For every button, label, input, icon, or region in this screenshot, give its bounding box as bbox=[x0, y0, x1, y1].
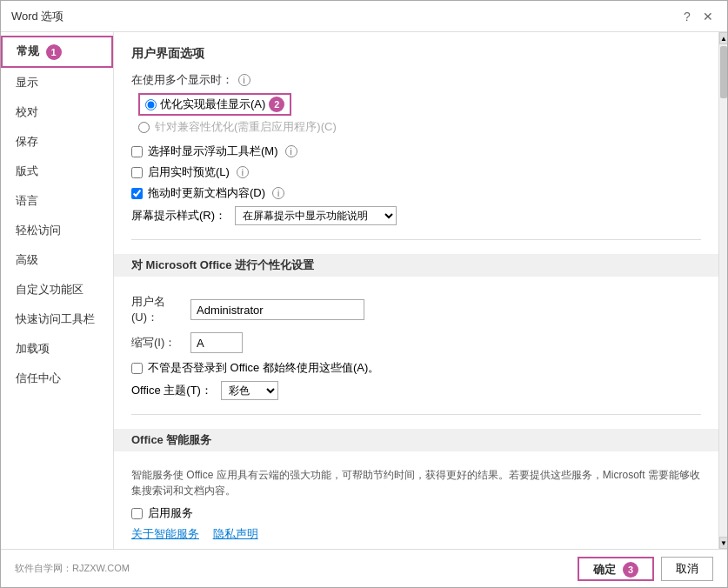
radio-compat-label[interactable]: 针对兼容性优化(需重启应用程序)(C) bbox=[155, 119, 337, 135]
radio-optimize[interactable] bbox=[145, 99, 157, 110]
sidebar-item-general[interactable]: 常规 1 bbox=[1, 36, 113, 68]
info-icon-1[interactable]: i bbox=[238, 74, 250, 86]
abbr-label: 缩写(I)： bbox=[131, 335, 184, 351]
radio-item-optimize-highlighted: 优化实现最佳显示(A) 2 bbox=[138, 93, 291, 116]
checkbox-live-preview-label[interactable]: 启用实时预览(L) bbox=[148, 164, 230, 180]
sidebar-item-display[interactable]: 显示 bbox=[1, 68, 113, 97]
radio-compat[interactable] bbox=[138, 122, 150, 133]
radio-item-compat: 针对兼容性优化(需重启应用程序)(C) bbox=[138, 119, 701, 135]
ui-options-title: 用户界面选项 bbox=[131, 46, 701, 62]
link-about-smart-service[interactable]: 关于智能服务 bbox=[131, 527, 199, 540]
sidebar: 常规 1 显示 校对 保存 版式 语言 轻松访问 高级 bbox=[1, 32, 114, 549]
checkbox-enable-service: 启用服务 bbox=[131, 505, 701, 521]
multi-display-group: 在使用多个显示时： i 优化实现最佳显示(A) 2 针对兼容性优化(需重启应用程… bbox=[131, 72, 701, 135]
smart-service-links: 关于智能服务 隐私声明 bbox=[131, 526, 701, 542]
dialog-title: Word 选项 bbox=[11, 9, 63, 24]
sidebar-item-layout[interactable]: 版式 bbox=[1, 157, 113, 186]
checkbox-always-use: 不管是否登录到 Office 都始终使用这些值(A)。 bbox=[131, 360, 701, 376]
smart-service-desc: 智能服务使 Office 应用具有云端的强大功能，可帮助节约时间，获得更好的结果… bbox=[131, 467, 701, 498]
checkbox-floating-toolbar-label[interactable]: 选择时显示浮动工具栏(M) bbox=[148, 144, 278, 159]
checkbox-floating-toolbar: 选择时显示浮动工具栏(M) i bbox=[131, 144, 701, 159]
cancel-button[interactable]: 取消 bbox=[661, 557, 713, 581]
ok-button[interactable]: 确定 3 bbox=[578, 557, 654, 581]
checkbox-enable-service-label[interactable]: 启用服务 bbox=[148, 505, 193, 521]
username-label: 用户名(U)： bbox=[131, 294, 184, 325]
scrollbar-thumb[interactable] bbox=[720, 46, 727, 98]
screentip-label: 屏幕提示样式(R)： bbox=[131, 208, 226, 224]
checkbox-enable-service-input[interactable] bbox=[131, 508, 143, 519]
scrollbar-track-area bbox=[719, 44, 727, 537]
smart-service-title: Office 智能服务 bbox=[114, 429, 718, 451]
checkbox-floating-toolbar-input[interactable] bbox=[131, 146, 143, 157]
word-options-dialog: Word 选项 ? ✕ 常规 1 显示 校对 保存 版式 bbox=[0, 0, 728, 588]
theme-select[interactable]: 彩色 深灰色 白色 黑色 bbox=[221, 381, 278, 400]
title-bar-controls: ? ✕ bbox=[678, 8, 717, 25]
sidebar-item-proofing[interactable]: 校对 bbox=[1, 97, 113, 127]
dialog-body: 常规 1 显示 校对 保存 版式 语言 轻松访问 高级 bbox=[1, 32, 727, 549]
badge-1: 1 bbox=[46, 44, 62, 60]
checkbox-update-content: 拖动时更新文档内容(D) i bbox=[131, 185, 701, 201]
radio-group-display: 优化实现最佳显示(A) 2 针对兼容性优化(需重启应用程序)(C) bbox=[138, 93, 701, 135]
checkbox-update-content-label[interactable]: 拖动时更新文档内容(D) bbox=[148, 185, 265, 201]
checkbox-always-use-input[interactable] bbox=[131, 363, 143, 374]
close-button[interactable]: ✕ bbox=[699, 8, 717, 25]
personalize-title: 对 Microsoft Office 进行个性化设置 bbox=[114, 254, 718, 277]
sidebar-item-quick-access[interactable]: 快速访问工具栏 bbox=[1, 304, 113, 334]
screentip-row: 屏幕提示样式(R)： 在屏幕提示中显示功能说明 不在屏幕提示中显示功能说明 不显… bbox=[131, 206, 701, 225]
info-icon-3[interactable]: i bbox=[237, 166, 249, 178]
watermark: 软件自学网：RJZXW.COM bbox=[15, 562, 130, 575]
sidebar-item-save[interactable]: 保存 bbox=[1, 127, 113, 157]
abbr-input[interactable] bbox=[190, 332, 243, 353]
sidebar-item-advanced[interactable]: 高级 bbox=[1, 245, 113, 275]
info-icon-2[interactable]: i bbox=[285, 145, 297, 157]
scrollbar[interactable]: ▲ ▼ bbox=[718, 32, 727, 549]
sidebar-item-addins[interactable]: 加载项 bbox=[1, 334, 113, 364]
title-bar-left: Word 选项 bbox=[11, 9, 63, 24]
scroll-up-button[interactable]: ▲ bbox=[719, 32, 727, 44]
footer-buttons: 确定 3 取消 bbox=[578, 557, 713, 581]
sidebar-item-accessibility[interactable]: 轻松访问 bbox=[1, 216, 113, 245]
sidebar-item-language[interactable]: 语言 bbox=[1, 186, 113, 216]
checkbox-live-preview-input[interactable] bbox=[131, 167, 143, 178]
screentip-select[interactable]: 在屏幕提示中显示功能说明 不在屏幕提示中显示功能说明 不显示屏幕提示 bbox=[235, 206, 397, 225]
scroll-down-button[interactable]: ▼ bbox=[719, 537, 727, 549]
checkbox-update-content-input[interactable] bbox=[131, 188, 143, 199]
radio-optimize-label[interactable]: 优化实现最佳显示(A) bbox=[160, 97, 265, 112]
link-privacy[interactable]: 隐私声明 bbox=[213, 527, 258, 540]
badge-3: 3 bbox=[623, 562, 638, 578]
multi-display-label: 在使用多个显示时： i bbox=[131, 72, 701, 88]
title-bar: Word 选项 ? ✕ bbox=[1, 1, 727, 32]
theme-label: Office 主题(T)： bbox=[131, 383, 212, 398]
sidebar-item-trust-center[interactable]: 信任中心 bbox=[1, 364, 113, 393]
theme-row: Office 主题(T)： 彩色 深灰色 白色 黑色 bbox=[131, 381, 701, 400]
username-input[interactable] bbox=[190, 299, 364, 320]
abbr-row: 缩写(I)： bbox=[131, 332, 701, 353]
main-content: 用户界面选项 在使用多个显示时： i 优化实现最佳显示(A) 2 bbox=[114, 32, 718, 549]
badge-2: 2 bbox=[269, 97, 284, 112]
help-button[interactable]: ? bbox=[678, 8, 696, 25]
dialog-footer: 软件自学网：RJZXW.COM 确定 3 取消 bbox=[1, 549, 727, 587]
checkbox-always-use-label[interactable]: 不管是否登录到 Office 都始终使用这些值(A)。 bbox=[148, 360, 379, 376]
checkbox-live-preview: 启用实时预览(L) i bbox=[131, 164, 701, 180]
sidebar-item-customize-ribbon[interactable]: 自定义功能区 bbox=[1, 275, 113, 304]
info-icon-4[interactable]: i bbox=[272, 187, 284, 199]
username-row: 用户名(U)： bbox=[131, 294, 701, 325]
